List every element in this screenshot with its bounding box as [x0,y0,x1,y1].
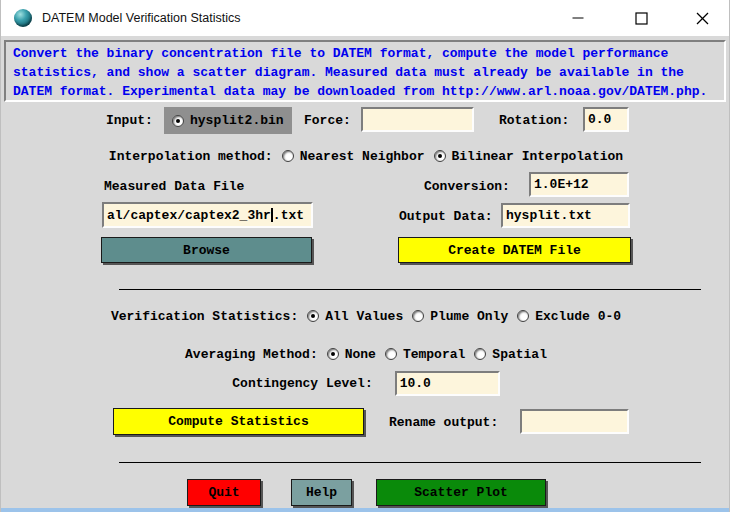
browse-button[interactable]: Browse [101,237,312,263]
radio-icon [474,348,486,360]
input-file-radio-label: hysplit2.bin [190,113,284,128]
app-icon[interactable] [14,9,32,27]
window-title: DATEM Model Verification Statistics [42,11,240,25]
radio-icon [412,310,424,322]
force-label: Force: [304,113,351,128]
radio-icon [434,150,446,162]
radio-label: Exclude 0-0 [535,309,621,324]
datem-dialog-window: DATEM Model Verification Statistics Conv… [0,0,730,512]
contingency-label: Contingency Level: [232,376,372,391]
radio-plume-only[interactable]: Plume Only [412,309,508,324]
maximize-icon[interactable] [625,3,657,33]
contingency-entry[interactable]: 10.0 [395,371,500,396]
radio-label: Temporal [403,347,465,362]
radio-all-values[interactable]: All Values [307,309,403,324]
radio-icon [307,310,319,322]
input-file-radio[interactable]: hysplit2.bin [164,107,292,134]
averaging-label: Averaging Method: [185,347,318,362]
rotation-entry[interactable]: 0.0 [583,107,629,132]
rotation-label: Rotation: [499,113,569,128]
entry-text: .txt [273,208,304,223]
rename-output-label: Rename output: [389,415,498,430]
conversion-entry[interactable]: 1.0E+12 [529,172,629,197]
radio-temporal[interactable]: Temporal [385,347,465,362]
create-datem-file-button[interactable]: Create DATEM File [398,237,631,263]
radio-label: All Values [325,309,403,324]
measured-file-entry[interactable]: al/captex/captex2_3hr.txt [102,202,313,228]
help-button[interactable]: Help [291,479,352,506]
radio-label: Nearest Neighbor [300,149,425,164]
radio-icon [517,310,529,322]
radio-spatial[interactable]: Spatial [474,347,547,362]
title-bar: DATEM Model Verification Statistics [1,0,730,36]
entry-text: al/captex/captex2_3hr [107,208,271,223]
radio-label: None [345,347,376,362]
radio-label: Plume Only [430,309,508,324]
description-line: Convert the binary concentration file to… [13,44,724,63]
averaging-row: Averaging Method: None Temporal Spatial [1,342,730,366]
radio-label: Bilinear Interpolation [452,149,624,164]
quit-button[interactable]: Quit [187,479,261,506]
radio-exclude-0-0[interactable]: Exclude 0-0 [517,309,621,324]
radio-bilinear-interpolation[interactable]: Bilinear Interpolation [434,149,624,164]
verification-label: Verification Statistics: [111,309,298,324]
compute-statistics-button[interactable]: Compute Statistics [113,408,364,435]
radio-icon [282,150,294,162]
radio-label: Spatial [492,347,547,362]
radio-none[interactable]: None [327,347,376,362]
output-data-label: Output Data: [399,209,493,224]
radio-nearest-neighbor[interactable]: Nearest Neighbor [282,149,425,164]
input-label: Input: [106,113,153,128]
minimize-icon[interactable] [562,3,594,33]
description-box: Convert the binary concentration file to… [4,40,726,102]
radio-icon [327,348,339,360]
description-line: statistics, and show a scatter diagram. … [13,63,724,82]
conversion-label: Conversion: [424,179,510,194]
output-data-entry[interactable]: hysplit.txt [501,203,630,228]
separator [119,462,701,463]
contingency-row: Contingency Level: 10.0 [1,371,730,396]
window-border [1,508,730,512]
measured-data-file-label: Measured Data File [104,179,244,194]
interpolation-row: Interpolation method: Nearest Neighbor B… [1,144,730,168]
description-line: DATEM format. Experimental data may be d… [13,82,724,101]
separator [119,289,701,290]
scatter-plot-button[interactable]: Scatter Plot [376,479,546,506]
close-icon[interactable] [686,3,718,33]
force-entry[interactable] [361,107,474,132]
verification-row: Verification Statistics: All Values Plum… [1,304,730,328]
radio-icon [385,348,397,360]
radio-icon [172,115,184,127]
rename-output-entry[interactable] [520,409,629,434]
interpolation-label: Interpolation method: [109,149,273,164]
